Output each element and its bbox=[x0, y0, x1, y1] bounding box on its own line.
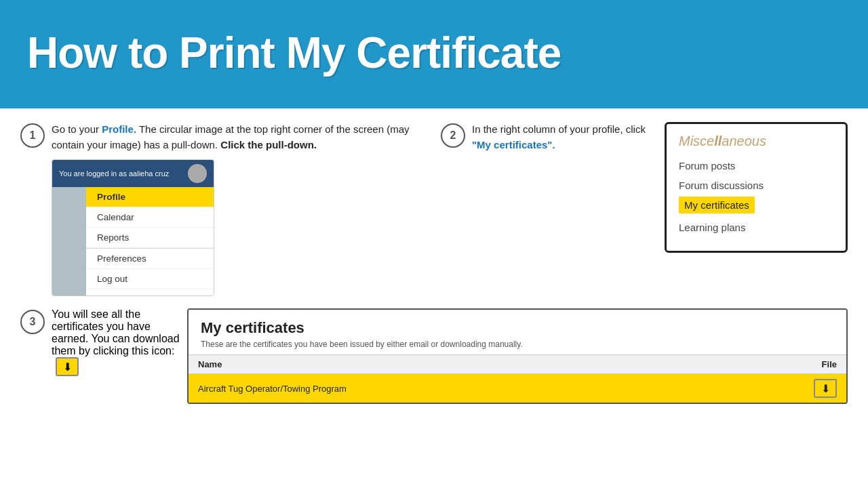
cert-file-cell: ⬇ bbox=[714, 374, 846, 403]
cert-name-cell: Aircraft Tug Operator/Towing Program bbox=[189, 374, 714, 403]
cert-table-header: My certificates These are the certificat… bbox=[189, 310, 846, 354]
menu-item-profile[interactable]: Profile bbox=[86, 187, 214, 207]
step3-description: You will see all the certificates you ha… bbox=[52, 308, 180, 376]
my-certificates-panel-link[interactable]: My certificates bbox=[679, 197, 755, 214]
step1-block: 1 Go to your Profile. The circular image… bbox=[20, 122, 441, 296]
menu-item-calendar[interactable]: Calendar bbox=[86, 207, 214, 228]
forum-discussions-link[interactable]: Forum discussions bbox=[679, 177, 833, 194]
page-title: How to Print My Certificate bbox=[27, 29, 561, 77]
main-content: 1 Go to your Profile. The circular image… bbox=[0, 108, 868, 418]
menu-item-preferences[interactable]: Preferences bbox=[86, 248, 214, 269]
step3-text-block: You will see all the certificates you ha… bbox=[52, 308, 180, 376]
col-name-header: Name bbox=[189, 355, 714, 374]
step2-text: In the right column of your profile, cli… bbox=[472, 122, 658, 152]
user-avatar bbox=[188, 164, 207, 183]
step1-content: Go to your Profile. The circular image a… bbox=[52, 122, 441, 296]
cert-table: Name File Aircraft Tug Operator/Towing P… bbox=[189, 354, 846, 403]
menu-item-logout[interactable]: Log out bbox=[86, 269, 214, 289]
steps-top-row: 1 Go to your Profile. The circular image… bbox=[20, 122, 848, 296]
screenshot-body: Profile Calendar Reports Preferences Log… bbox=[52, 187, 214, 296]
screenshot-topbar: You are logged in as aalieha cruz bbox=[52, 160, 214, 187]
learning-plans-link[interactable]: Learning plans bbox=[679, 219, 833, 236]
cert-table-title: My certificates bbox=[201, 319, 834, 337]
profile-link[interactable]: Profile. bbox=[102, 123, 136, 135]
step1-number: 1 bbox=[20, 123, 45, 148]
screenshot-sidebar bbox=[52, 187, 86, 296]
cert-table-subtitle: These are the certificates you have been… bbox=[201, 340, 834, 349]
step2-content: In the right column of your profile, cli… bbox=[472, 122, 658, 159]
cert-table-box: My certificates These are the certificat… bbox=[187, 308, 848, 404]
menu-item-reports[interactable]: Reports bbox=[86, 228, 214, 248]
steps-bottom-row: 3 You will see all the certificates you … bbox=[20, 308, 848, 404]
forum-posts-link[interactable]: Forum posts bbox=[679, 157, 833, 174]
step2-number: 2 bbox=[441, 123, 465, 148]
step3-block: 3 You will see all the certificates you … bbox=[20, 308, 848, 404]
col-file-header: File bbox=[714, 355, 846, 374]
step1-screenshot: You are logged in as aalieha cruz Profil… bbox=[52, 159, 214, 296]
step3-number: 3 bbox=[20, 310, 45, 334]
download-cert-button[interactable]: ⬇ bbox=[814, 379, 837, 398]
step1-text: Go to your Profile. The circular image a… bbox=[52, 122, 441, 152]
profile-panel: Miscellaneous Forum posts Forum discussi… bbox=[665, 122, 848, 253]
page-header: How to Print My Certificate bbox=[0, 0, 868, 108]
my-certificates-link[interactable]: "My certificates". bbox=[472, 139, 555, 150]
download-icon-example: ⬇ bbox=[56, 357, 79, 376]
miscellaneous-title: Miscellaneous bbox=[679, 134, 833, 149]
topbar-text: You are logged in as aalieha cruz bbox=[59, 169, 169, 178]
step2-block: 2 In the right column of your profile, c… bbox=[441, 122, 848, 253]
cert-table-row: Aircraft Tug Operator/Towing Program ⬇ bbox=[189, 374, 846, 403]
dropdown-menu: Profile Calendar Reports Preferences Log… bbox=[86, 187, 214, 296]
